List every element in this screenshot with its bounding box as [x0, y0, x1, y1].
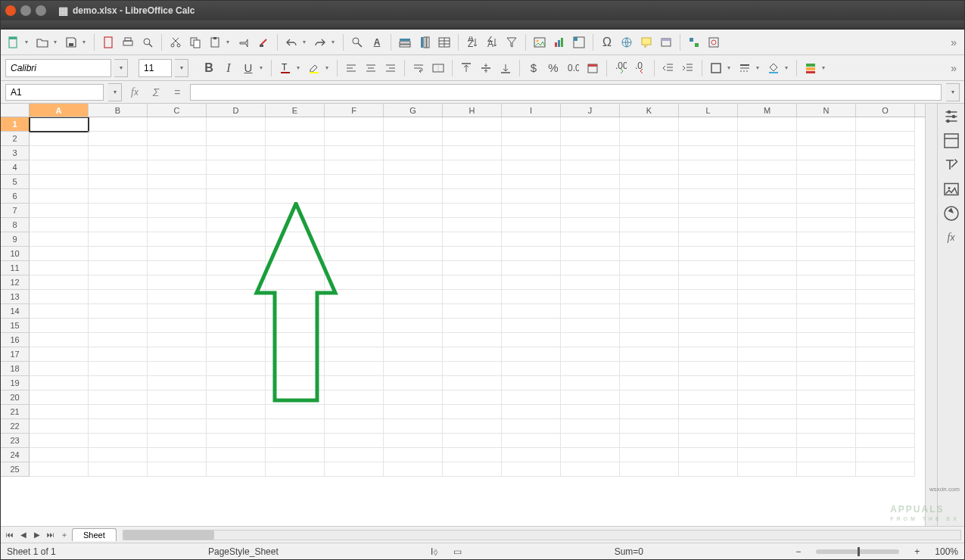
cell[interactable] — [266, 204, 325, 218]
cell[interactable] — [561, 347, 620, 362]
insert-image-button[interactable] — [531, 34, 548, 51]
dropdown-icon[interactable]: ▾ — [297, 64, 303, 71]
status-insert-mode[interactable]: I⎀ — [431, 546, 438, 557]
cell[interactable] — [561, 419, 620, 434]
cell[interactable] — [266, 362, 325, 376]
cell[interactable] — [266, 419, 325, 434]
cell[interactable] — [561, 434, 620, 448]
merge-cells-button[interactable] — [430, 60, 447, 76]
cell[interactable] — [620, 376, 679, 390]
column-header[interactable]: E — [266, 104, 325, 117]
cell[interactable] — [89, 218, 148, 232]
cell[interactable] — [443, 290, 502, 304]
sidebar-styles-icon[interactable]: T — [942, 155, 961, 175]
cell[interactable] — [561, 132, 620, 146]
column-header[interactable]: G — [384, 104, 443, 117]
row-header[interactable]: 3 — [1, 146, 30, 160]
row-header[interactable]: 14 — [1, 304, 30, 319]
sum-icon[interactable]: Σ — [148, 84, 164, 101]
cell[interactable] — [325, 146, 384, 160]
cell[interactable] — [266, 146, 325, 160]
cell[interactable] — [620, 146, 679, 160]
cell[interactable] — [443, 261, 502, 275]
cell[interactable] — [443, 462, 502, 477]
cell[interactable] — [620, 160, 679, 175]
add-decimal-button[interactable]: .00 — [612, 60, 629, 76]
cell[interactable] — [561, 304, 620, 319]
cell[interactable] — [384, 448, 443, 462]
cell[interactable] — [148, 347, 207, 362]
cell[interactable] — [325, 319, 384, 333]
cell[interactable] — [30, 232, 89, 247]
row-header[interactable]: 19 — [1, 376, 30, 390]
dropdown-icon[interactable]: ▾ — [54, 39, 60, 45]
cell[interactable] — [266, 434, 325, 448]
cell[interactable] — [620, 304, 679, 319]
cell[interactable] — [443, 333, 502, 347]
cell[interactable] — [679, 132, 738, 146]
cell[interactable] — [679, 275, 738, 290]
cell[interactable] — [679, 146, 738, 160]
window-minimize-button[interactable] — [20, 5, 31, 16]
cell[interactable] — [502, 362, 561, 376]
cell[interactable] — [679, 175, 738, 189]
tab-next-button[interactable]: ▶ — [31, 529, 43, 541]
cell[interactable] — [679, 405, 738, 419]
cell[interactable] — [325, 232, 384, 247]
cell[interactable] — [384, 390, 443, 405]
cell[interactable] — [89, 189, 148, 204]
cell[interactable] — [89, 405, 148, 419]
valign-top-button[interactable] — [458, 60, 475, 76]
cell[interactable] — [561, 290, 620, 304]
cell[interactable] — [266, 462, 325, 477]
cell[interactable] — [325, 376, 384, 390]
font-size-input[interactable] — [139, 59, 172, 77]
cell[interactable] — [797, 347, 856, 362]
cell[interactable] — [207, 319, 266, 333]
cell[interactable] — [443, 362, 502, 376]
dropdown-icon[interactable]: ▾ — [303, 39, 309, 45]
row-header[interactable]: 7 — [1, 204, 30, 218]
cell[interactable] — [443, 146, 502, 160]
cell[interactable] — [266, 189, 325, 204]
cell[interactable] — [384, 304, 443, 319]
cell[interactable] — [856, 275, 915, 290]
cell[interactable] — [561, 204, 620, 218]
cell[interactable] — [89, 175, 148, 189]
cell[interactable] — [89, 362, 148, 376]
cell[interactable] — [797, 117, 856, 132]
cell[interactable] — [443, 319, 502, 333]
cell[interactable] — [502, 319, 561, 333]
cell[interactable] — [502, 390, 561, 405]
dropdown-icon[interactable]: ▾ — [325, 64, 332, 71]
cell[interactable] — [620, 448, 679, 462]
row-header[interactable]: 21 — [1, 405, 30, 419]
cell[interactable] — [561, 232, 620, 247]
cell[interactable] — [502, 261, 561, 275]
cell[interactable] — [148, 290, 207, 304]
cell[interactable] — [325, 434, 384, 448]
cell[interactable] — [620, 218, 679, 232]
cell[interactable] — [325, 117, 384, 132]
cell[interactable] — [325, 275, 384, 290]
status-selection-mode[interactable]: ▭ — [453, 546, 462, 557]
insert-row-button[interactable] — [397, 34, 413, 51]
align-right-button[interactable] — [382, 60, 399, 76]
cell[interactable] — [30, 117, 89, 132]
wrap-text-button[interactable] — [410, 60, 427, 76]
cell[interactable] — [266, 261, 325, 275]
cell[interactable] — [325, 304, 384, 319]
font-name-dropdown[interactable]: ▾ — [114, 59, 128, 77]
cell[interactable] — [502, 218, 561, 232]
cell[interactable] — [856, 204, 915, 218]
select-all-corner[interactable] — [1, 104, 30, 117]
bg-color-button[interactable] — [765, 60, 782, 76]
cell[interactable] — [266, 117, 325, 132]
cell[interactable] — [148, 390, 207, 405]
row-header[interactable]: 18 — [1, 362, 30, 376]
percent-button[interactable]: % — [545, 60, 562, 76]
cell[interactable] — [797, 390, 856, 405]
cell[interactable] — [384, 333, 443, 347]
cell[interactable] — [266, 390, 325, 405]
cell[interactable] — [443, 204, 502, 218]
